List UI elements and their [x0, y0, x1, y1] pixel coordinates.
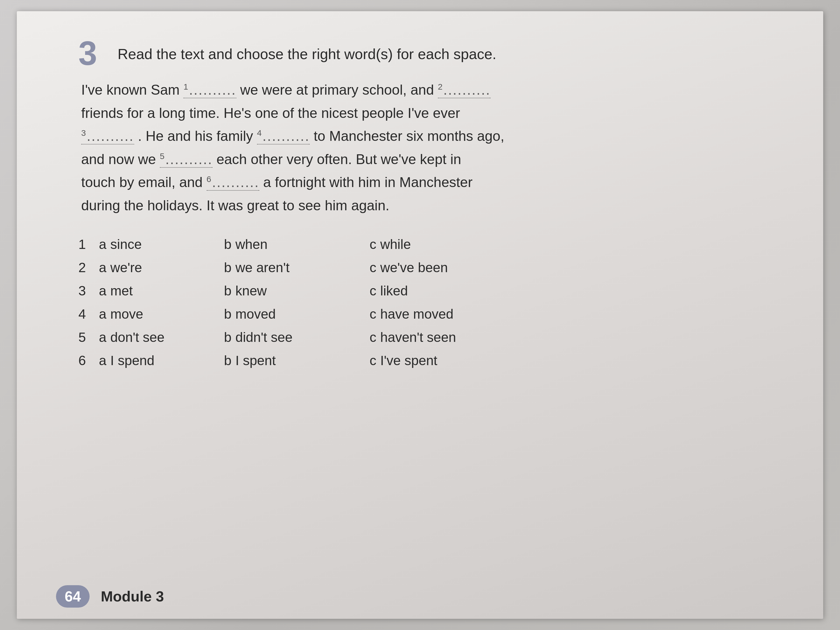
blank-2: 2.......... [438, 82, 491, 98]
answer-row-2: 2 awe're bwe aren't cwe've been [78, 257, 762, 278]
answer-row-6: 6 aI spend bI spent cI've spent [78, 350, 762, 371]
answer-5a: 5 adon't see [78, 327, 224, 348]
content-area: 3 Read the text and choose the right wor… [56, 22, 784, 390]
answer-row-1: 1 asince bwhen cwhile [78, 234, 762, 255]
blank-5: 5.......... [160, 152, 213, 168]
answer-1a: 1 asince [78, 234, 224, 255]
page-number-badge: 64 [56, 585, 90, 608]
answer-5b: bdidn't see [224, 327, 369, 348]
answer-3a: 3 amet [78, 280, 224, 301]
blank-3: 3.......... [81, 128, 134, 144]
answer-row-4: 4 amove bmoved chave moved [78, 303, 762, 325]
answer-1c: cwhile [369, 234, 515, 255]
text-passage: I've known Sam 1.......... we were at pr… [78, 78, 762, 217]
answer-5c: chaven't seen [369, 327, 515, 348]
answer-2c: cwe've been [369, 257, 515, 278]
answer-6b: bI spent [224, 350, 369, 371]
answer-4a: 4 amove [78, 303, 224, 325]
answer-3c: cliked [369, 280, 515, 301]
module-label: Module 3 [101, 588, 164, 605]
answer-3b: bknew [224, 280, 369, 301]
exercise-instruction: Read the text and choose the right word(… [118, 39, 496, 64]
answer-2a: 2 awe're [78, 257, 224, 278]
footer: 64 Module 3 [56, 585, 164, 608]
blank-6: 6.......... [207, 174, 260, 191]
answer-row-3: 3 amet bknew cliked [78, 280, 762, 301]
answer-6a: 6 aI spend [78, 350, 224, 371]
answer-2b: bwe aren't [224, 257, 369, 278]
answer-4c: chave moved [369, 303, 515, 325]
answer-1b: bwhen [224, 234, 369, 255]
answer-row-5: 5 adon't see bdidn't see chaven't seen [78, 327, 762, 348]
answer-4b: bmoved [224, 303, 369, 325]
exercise-header: 3 Read the text and choose the right wor… [78, 39, 762, 70]
exercise-number: 3 [78, 36, 106, 70]
answer-section: 1 asince bwhen cwhile 2 awe're bwe aren'… [78, 234, 762, 371]
answer-6c: cI've spent [369, 350, 515, 371]
blank-4: 4.......... [257, 128, 310, 144]
blank-1: 1.......... [183, 82, 236, 98]
